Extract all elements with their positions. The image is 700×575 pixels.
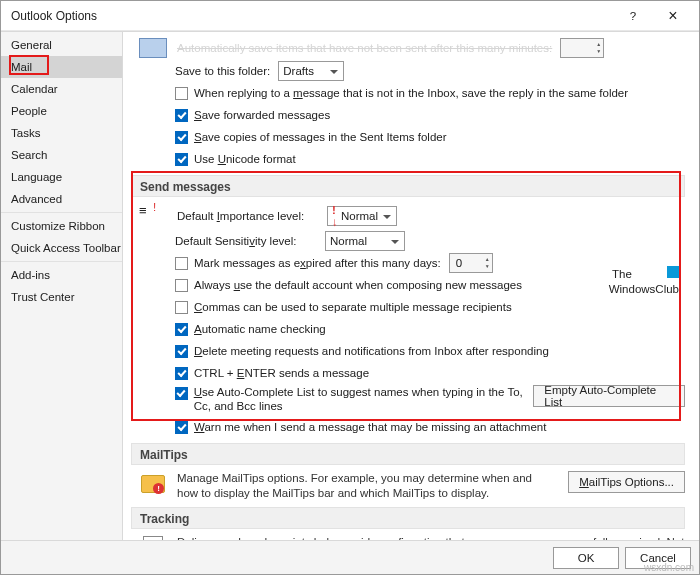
autoname-row: Automatic name checking: [175, 319, 685, 339]
close-button[interactable]: ×: [653, 2, 693, 30]
warn-attachment-row: Warn me when I send a message that may b…: [175, 417, 685, 437]
content-pane: Automatically save items that have not b…: [123, 32, 699, 540]
sidebar-item-tasks[interactable]: Tasks: [1, 122, 122, 144]
empty-autocomplete-button[interactable]: Empty Auto-Complete List: [533, 385, 685, 407]
mailtips-icon: [139, 471, 169, 497]
commas-row: Commas can be used to separate multiple …: [175, 297, 685, 317]
save-forwarded-label: Save forwarded messages: [194, 109, 330, 121]
sidebar-item-qat[interactable]: Quick Access Toolbar: [1, 237, 122, 259]
tracking-header: Tracking: [131, 507, 685, 529]
delete-meeting-label: Delete meeting requests and notification…: [194, 345, 549, 357]
mailtips-options-button[interactable]: MailTips Options...: [568, 471, 685, 493]
sidebar-item-calendar[interactable]: Calendar: [1, 78, 122, 100]
importance-label: Default Importance level:: [177, 210, 327, 222]
sidebar-item-customize-ribbon[interactable]: Customize Ribbon: [1, 215, 122, 237]
autosave-minutes-spinner[interactable]: [560, 38, 604, 58]
autosave-label: Automatically save items that have not b…: [177, 42, 552, 54]
save-forwarded-checkbox[interactable]: [175, 109, 188, 122]
unicode-label: Use Unicode format: [194, 153, 296, 165]
importance-select[interactable]: !↓Normal: [327, 206, 397, 226]
commas-label: Commas can be used to separate multiple …: [194, 301, 512, 313]
sidebar-item-mail[interactable]: Mail: [1, 56, 122, 78]
help-button[interactable]: ?: [613, 2, 653, 30]
tracking-row: Delivery and read receipts help provide …: [135, 535, 685, 540]
save-forwarded-row: Save forwarded messages: [175, 105, 685, 125]
save-folder-row: Save to this folder: Drafts: [175, 60, 685, 82]
body: General Mail Calendar People Tasks Searc…: [1, 31, 699, 540]
windowsclub-icon: [667, 266, 679, 278]
autosave-row: Automatically save items that have not b…: [135, 38, 685, 58]
watermark-wsxdn: wsxdn.com: [644, 562, 694, 573]
window-title: Outlook Options: [11, 9, 613, 23]
options-window: Outlook Options ? × General Mail Calenda…: [0, 0, 700, 575]
autocomplete-checkbox[interactable]: [175, 387, 188, 400]
sidebar-item-search[interactable]: Search: [1, 144, 122, 166]
warn-attachment-checkbox[interactable]: [175, 421, 188, 434]
autocomplete-row: Use Auto-Complete List to suggest names …: [175, 385, 685, 415]
ctrl-enter-checkbox[interactable]: [175, 367, 188, 380]
sidebar-item-general[interactable]: General: [1, 34, 122, 56]
sidebar: General Mail Calendar People Tasks Searc…: [1, 32, 123, 540]
sidebar-item-trust-center[interactable]: Trust Center: [1, 286, 122, 308]
reply-same-folder-checkbox[interactable]: [175, 87, 188, 100]
autoname-checkbox[interactable]: [175, 323, 188, 336]
autoname-label: Automatic name checking: [194, 323, 326, 335]
ctrl-enter-row: CTRL + ENTER sends a message: [175, 363, 685, 383]
default-account-checkbox[interactable]: [175, 279, 188, 292]
sidebar-separator: [1, 212, 122, 213]
importance-row: ≡! Default Importance level: !↓Normal: [135, 203, 685, 229]
sidebar-item-addins[interactable]: Add-ins: [1, 264, 122, 286]
mailtips-desc: Manage MailTips options. For example, yo…: [177, 471, 547, 501]
save-icon: [139, 38, 167, 58]
sidebar-separator: [1, 261, 122, 262]
tracking-desc: Delivery and read receipts help provide …: [177, 535, 685, 540]
titlebar: Outlook Options ? ×: [1, 1, 699, 31]
send-messages-header: Send messages: [131, 175, 685, 197]
reply-same-folder-row: When replying to a message that is not i…: [175, 83, 685, 103]
delete-meeting-checkbox[interactable]: [175, 345, 188, 358]
save-folder-select[interactable]: Drafts: [278, 61, 344, 81]
importance-icon: !↓: [332, 204, 338, 228]
mailtips-row: Manage MailTips options. For example, yo…: [135, 471, 685, 501]
warn-attachment-label: Warn me when I send a message that may b…: [194, 421, 546, 433]
save-sent-checkbox[interactable]: [175, 131, 188, 144]
default-account-label: Always use the default account when comp…: [194, 279, 522, 291]
save-sent-label: Save copies of messages in the Sent Item…: [194, 131, 447, 143]
expire-checkbox[interactable]: [175, 257, 188, 270]
delete-meeting-row: Delete meeting requests and notification…: [175, 341, 685, 361]
sensitivity-select[interactable]: Normal: [325, 231, 405, 251]
expire-label: Mark messages as expired after this many…: [194, 257, 441, 269]
expire-days-spinner[interactable]: 0: [449, 253, 493, 273]
tracking-icon: [139, 535, 169, 540]
sidebar-item-advanced[interactable]: Advanced: [1, 188, 122, 210]
sensitivity-label: Default Sensitivity level:: [175, 235, 325, 247]
save-sent-row: Save copies of messages in the Sent Item…: [175, 127, 685, 147]
unicode-checkbox[interactable]: [175, 153, 188, 166]
save-folder-label: Save to this folder:: [175, 65, 270, 77]
ctrl-enter-label: CTRL + ENTER sends a message: [194, 367, 369, 379]
autocomplete-label: Use Auto-Complete List to suggest names …: [194, 385, 526, 413]
commas-checkbox[interactable]: [175, 301, 188, 314]
sidebar-item-language[interactable]: Language: [1, 166, 122, 188]
unicode-row: Use Unicode format: [175, 149, 685, 169]
sensitivity-row: Default Sensitivity level: Normal: [175, 231, 685, 251]
watermark-windowsclub: The WindowsClub: [609, 266, 679, 297]
sidebar-item-people[interactable]: People: [1, 100, 122, 122]
ok-button[interactable]: OK: [553, 547, 619, 569]
mailtips-header: MailTips: [131, 443, 685, 465]
footer: OK Cancel: [1, 540, 699, 574]
priority-icon: ≡!: [139, 203, 169, 229]
reply-same-folder-label: When replying to a message that is not i…: [194, 87, 628, 99]
